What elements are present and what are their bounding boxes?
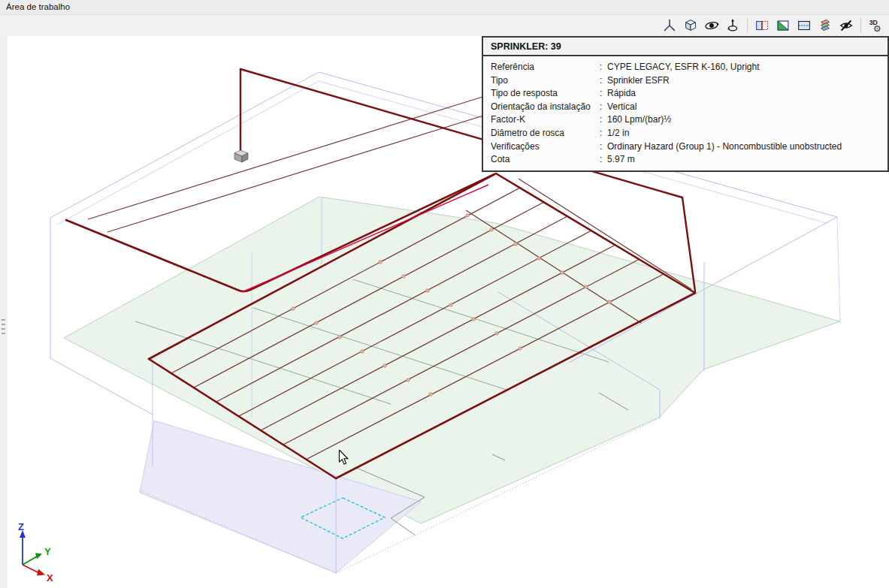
tooltip-properties: Referência:CYPE LEGACY, ESFR K-160, Upri… — [491, 61, 880, 167]
orbit-view-icon — [703, 17, 720, 34]
layers-icon — [817, 17, 833, 34]
riser-base-box — [234, 150, 248, 162]
sprinkler-tooltip: SPRINKLER: 39 Referência:CYPE LEGACY, ES… — [482, 36, 889, 172]
render-3d-icon: 3D — [867, 17, 884, 34]
svg-text:3D: 3D — [869, 19, 878, 26]
hide-elements-icon — [838, 17, 854, 34]
axis-y-label: Y — [44, 546, 51, 557]
toolbar-separator — [747, 18, 748, 33]
orbit-view-button[interactable] — [702, 17, 721, 35]
workspace-title: Área de trabalho — [6, 2, 70, 11]
property-row: Orientação da instalação:Vertical — [491, 101, 880, 114]
axis-triad: Z Y X — [18, 521, 53, 583]
view-toolbar: 3D — [0, 15, 889, 36]
layers-button[interactable] — [815, 17, 835, 35]
property-row: Tipo de resposta:Rápida — [491, 87, 880, 101]
coordinate-axes-button[interactable] — [660, 17, 679, 35]
property-row: Verificações:Ordinary Hazard (Group 1) -… — [491, 140, 880, 154]
workspace-titlebar: Área de trabalho — [0, 0, 889, 15]
viewport-3d[interactable]: Z Y X SPRINKLER: 39 Referência:CYPE LEGA… — [0, 36, 889, 588]
render-3d-button[interactable]: 3D — [866, 17, 885, 35]
clipping-box-icon — [796, 17, 812, 34]
application-window: Área de trabalho — [0, 0, 889, 588]
section-plane-icon — [754, 17, 770, 34]
clipping-box-button[interactable] — [794, 17, 814, 35]
rotate-view-icon — [724, 17, 741, 34]
mouse-cursor — [337, 450, 349, 465]
property-row: Factor-K:160 Lpm/(bar)½ — [491, 113, 880, 127]
hide-elements-button[interactable] — [836, 17, 856, 35]
property-row: Diâmetro de rosca:1/2 in — [491, 127, 880, 140]
tooltip-title: SPRINKLER: 39 — [483, 38, 887, 56]
toolbar-separator — [860, 18, 861, 33]
isometric-cube-icon — [682, 17, 699, 34]
axis-z-label: Z — [18, 521, 24, 532]
property-row: Tipo:Sprinkler ESFR — [491, 74, 880, 88]
section-diagonal-icon — [775, 17, 791, 34]
section-diagonal-button[interactable] — [773, 17, 793, 35]
property-row: Referência:CYPE LEGACY, ESFR K-160, Upri… — [491, 61, 880, 74]
isometric-cube-button[interactable] — [681, 17, 700, 35]
property-row: Cota:5.97 m — [491, 153, 880, 167]
coordinate-axes-icon — [661, 17, 678, 34]
rotate-view-button[interactable] — [723, 17, 742, 35]
section-plane-button[interactable] — [752, 17, 772, 35]
axis-x-label: X — [47, 572, 53, 583]
